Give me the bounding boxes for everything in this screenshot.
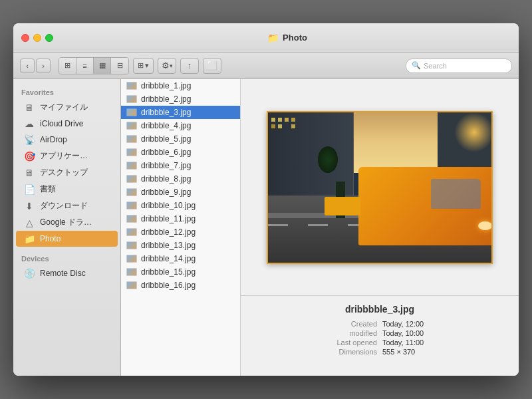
computer-icon: 🖥: [24, 102, 35, 113]
file-thumbnail: [126, 228, 137, 236]
file-item[interactable]: dribbble_6.jpg: [121, 146, 240, 159]
sidebar-label-myfiles: マイファイル: [40, 102, 88, 113]
preview-image-area: [241, 79, 519, 296]
list-view-button[interactable]: ≡: [76, 58, 94, 74]
sidebar-item-remotedisc[interactable]: 💿 Remote Disc: [16, 265, 118, 281]
lastopened-row: Last opened Today, 11:00: [254, 338, 505, 346]
sidebar-item-airdrop[interactable]: 📡 AirDrop: [16, 132, 118, 148]
file-item[interactable]: dribbble_15.jpg: [121, 265, 240, 279]
preview-panel: dribbbble_3.jpg Created Today, 12:00 mod…: [241, 79, 519, 376]
file-item[interactable]: dribbble_3.jpg: [121, 106, 240, 119]
preview-filename: dribbbble_3.jpg: [254, 304, 505, 315]
file-name: dribbble_10.jpg: [141, 201, 196, 210]
sidebar-item-docs[interactable]: 📄 書類: [16, 181, 118, 198]
file-item[interactable]: dribbble_2.jpg: [121, 92, 240, 106]
sidebar-item-googledrive[interactable]: △ Google ドラ…: [16, 214, 118, 231]
desktop-icon: 🖥: [24, 168, 35, 178]
file-thumbnail: [126, 281, 137, 289]
maximize-button[interactable]: [45, 34, 53, 42]
window-title: Photo: [283, 33, 307, 43]
tag-button[interactable]: ⬜: [203, 58, 221, 74]
file-item[interactable]: dribbble_5.jpg: [121, 132, 240, 146]
info-panel: dribbbble_3.jpg Created Today, 12:00 mod…: [241, 296, 519, 376]
scene: [268, 112, 493, 264]
back-button[interactable]: ‹: [20, 59, 35, 73]
arrange-dropdown-icon: ▾: [145, 61, 149, 70]
file-thumbnail: [126, 175, 137, 183]
file-item[interactable]: dribbble_8.jpg: [121, 172, 240, 186]
search-placeholder: Search: [424, 62, 447, 70]
apps-icon: 🎯: [24, 151, 35, 162]
modified-value: Today, 10:00: [382, 329, 436, 337]
sidebar-label-desktop: デスクトップ: [40, 167, 88, 178]
file-item[interactable]: dribbble_13.jpg: [121, 239, 240, 252]
icon-view-button[interactable]: ⊞: [59, 58, 76, 74]
modified-row: modifled Today, 10:00: [254, 329, 505, 337]
created-value: Today, 12:00: [382, 320, 436, 328]
dimensions-label: Dimensions: [324, 348, 377, 356]
sidebar-label-photo: Photo: [40, 234, 61, 243]
file-name: dribbble_9.jpg: [141, 188, 191, 197]
file-thumbnail: [126, 201, 137, 209]
airdrop-icon: 📡: [24, 134, 35, 145]
sidebar-item-apps[interactable]: 🎯 アプリケー…: [16, 148, 118, 164]
file-item[interactable]: dribbble_11.jpg: [121, 212, 240, 225]
sidebar-item-desktop[interactable]: 🖥 デスクトップ: [16, 164, 118, 181]
sidebar-item-downloads[interactable]: ⬇ ダウンロード: [16, 198, 118, 214]
column-view-button[interactable]: ▦: [94, 58, 111, 74]
file-name: dribbble_16.jpg: [141, 281, 196, 290]
file-item[interactable]: dribbble_7.jpg: [121, 159, 240, 172]
sidebar-item-photo[interactable]: 📁 Photo: [16, 231, 118, 247]
share-button[interactable]: ↑: [180, 58, 199, 74]
view-buttons: ⊞ ≡ ▦ ⊟: [59, 57, 129, 74]
title-center: 📁 Photo: [64, 33, 511, 43]
close-button[interactable]: [21, 34, 29, 42]
sidebar-item-myfiles[interactable]: 🖥 マイファイル: [16, 99, 118, 116]
sidebar-label-googledrive: Google ドラ…: [40, 217, 92, 228]
file-item[interactable]: dribbble_12.jpg: [121, 225, 240, 239]
file-name: dribbble_12.jpg: [141, 227, 196, 237]
file-item[interactable]: dribbble_4.jpg: [121, 119, 240, 132]
sidebar-label-icloud: iCloud Drive: [40, 119, 83, 128]
arrange-button[interactable]: ⊞ ▾: [133, 58, 154, 74]
sidebar-label-downloads: ダウンロード: [40, 200, 88, 211]
favorites-label: Favorites: [13, 86, 120, 99]
file-list: dribbble_1.jpgdribbble_2.jpgdribbble_3.j…: [121, 79, 241, 376]
preview-image-container: [267, 111, 493, 264]
arrange-icon: ⊞: [138, 61, 144, 70]
file-item[interactable]: dribbble_16.jpg: [121, 279, 240, 292]
file-item[interactable]: dribbble_1.jpg: [121, 79, 240, 92]
file-item[interactable]: dribbble_10.jpg: [121, 199, 240, 212]
traffic-lights: [21, 34, 53, 42]
file-name: dribbble_11.jpg: [141, 214, 196, 223]
file-item[interactable]: dribbble_14.jpg: [121, 252, 240, 265]
created-row: Created Today, 12:00: [254, 320, 505, 328]
created-label: Created: [324, 320, 377, 328]
forward-button[interactable]: ›: [36, 59, 51, 73]
devices-label: Devices: [13, 252, 120, 265]
file-name: dribbble_2.jpg: [141, 94, 191, 104]
toolbar: ‹ › ⊞ ≡ ▦ ⊟ ⊞ ▾ ⚙ ▾ ↑ ⬜ 🔍 Search: [13, 53, 519, 79]
folder-icon: 📁: [267, 33, 279, 43]
building-windows: [271, 118, 275, 122]
taxi-windshield: [431, 179, 481, 209]
downloads-icon: ⬇: [24, 201, 35, 211]
file-thumbnail: [126, 255, 137, 263]
file-thumbnail: [126, 95, 137, 103]
preview-image: [268, 112, 493, 264]
file-name: dribbble_3.jpg: [141, 108, 191, 117]
file-item[interactable]: dribbble_9.jpg: [121, 186, 240, 199]
disc-icon: 💿: [24, 268, 35, 279]
bg-taxi: [325, 197, 360, 215]
action-button[interactable]: ⚙ ▾: [158, 58, 176, 74]
search-box[interactable]: 🔍 Search: [406, 59, 512, 73]
sidebar-item-icloud[interactable]: ☁ iCloud Drive: [16, 116, 118, 132]
coverflow-view-button[interactable]: ⊟: [111, 58, 128, 74]
file-thumbnail: [126, 82, 137, 90]
lastopened-value: Today, 11:00: [382, 338, 436, 346]
file-name: dribbble_14.jpg: [141, 254, 196, 263]
file-thumbnail: [126, 162, 137, 170]
file-name: dribbble_8.jpg: [141, 174, 191, 184]
file-thumbnail: [126, 122, 137, 130]
minimize-button[interactable]: [33, 34, 41, 42]
